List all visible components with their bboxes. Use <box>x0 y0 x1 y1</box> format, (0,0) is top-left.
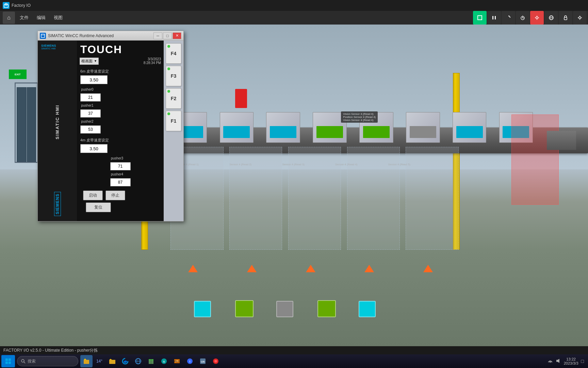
belt-6m-label: 6m 皮带速度设定 <box>80 69 160 74</box>
pusher2-value[interactable]: 53 <box>80 125 101 134</box>
belt-4m-label: 4m 皮带速度设定 <box>80 138 160 143</box>
svg-rect-19 <box>5 362 8 364</box>
app-icon <box>3 2 10 9</box>
menu-file[interactable]: 文件 <box>16 13 32 22</box>
conveyor-box-7 <box>453 112 487 143</box>
taskbar-app-pkg[interactable] <box>145 355 157 367</box>
ua-icon: UA <box>199 358 206 365</box>
f3-button[interactable]: F3 <box>166 66 181 86</box>
svg-text:S: S <box>163 360 165 363</box>
pusher4-value[interactable]: 87 <box>110 178 131 186</box>
pusher-left-col: pusher0 21 pusher1 37 pusher2 53 <box>80 88 101 136</box>
floor-item-1 <box>194 301 211 317</box>
svg-rect-15 <box>41 34 45 37</box>
taskbar-app-weather[interactable]: 14° <box>93 355 105 367</box>
close-button[interactable]: ✕ <box>173 32 181 39</box>
box-pad-4 <box>316 126 343 138</box>
f1-button[interactable]: F1 <box>166 111 181 131</box>
reset-button[interactable] <box>502 11 515 25</box>
touch-display: TOUCH 根画面 ▼ 3/3/2023 8:28:34 PM 6m 皮带速度设… <box>77 41 164 221</box>
pusher3-row: pusher3 71 <box>80 156 160 170</box>
maximize-button[interactable]: □ <box>163 32 172 39</box>
menu-edit[interactable]: 编辑 <box>33 13 49 22</box>
taskbar-app-siemens[interactable]: S <box>158 355 170 367</box>
touch-title: TOUCH <box>77 41 164 56</box>
svg-text:PLC: PLC <box>175 360 179 363</box>
reset-button[interactable]: 复位 <box>86 202 111 212</box>
svg-point-9 <box>536 17 538 19</box>
pusher3-value[interactable]: 71 <box>110 162 131 170</box>
taskbar-app-folder[interactable] <box>106 355 118 367</box>
timer-button[interactable] <box>516 11 529 25</box>
f4-button[interactable]: F4 <box>166 43 181 64</box>
dialog-titlebar: SIMATIC WinCC Runtime Advanced ─ □ ✕ <box>38 31 183 41</box>
siemens-icon: S <box>161 358 167 365</box>
fire-equipment <box>235 89 247 108</box>
blue-app-icon: i <box>186 358 193 365</box>
belt-4m-input[interactable] <box>80 144 108 153</box>
sensor-tooltip: Vision Sensor 4 (Read 4) Position Sensor… <box>341 111 378 123</box>
svg-point-14 <box>579 17 581 19</box>
taskbar-clock: 13:22 2023/3/3 <box>564 357 578 365</box>
show-desktop-icon[interactable]: □ <box>581 358 584 364</box>
home-button[interactable]: ⌂ <box>3 12 15 24</box>
dropdown-arrow-icon: ▼ <box>94 59 97 63</box>
f2-button[interactable]: F2 <box>166 88 181 109</box>
taskbar-search[interactable]: 搜索 <box>17 356 78 366</box>
settings-active-button[interactable] <box>530 11 544 25</box>
pusher0-value[interactable]: 21 <box>80 93 101 102</box>
start-button[interactable]: 启动 <box>83 190 103 200</box>
svg-rect-18 <box>9 358 11 361</box>
svg-rect-13 <box>564 17 567 20</box>
taskbar-app-edge[interactable] <box>119 355 131 367</box>
stop-button[interactable]: 停止 <box>105 190 125 200</box>
pusher2-row: pusher2 53 <box>80 120 101 134</box>
plc-icon: PLC <box>174 358 180 365</box>
svg-rect-20 <box>9 362 11 364</box>
sort-bin-3 <box>288 147 341 250</box>
taskbar-app-record[interactable] <box>210 355 222 367</box>
arrow-4 <box>364 265 374 272</box>
f3-indicator <box>167 67 170 70</box>
clock-time: 13:22 <box>564 357 578 361</box>
svg-rect-2 <box>478 16 482 20</box>
taskbar-app-web[interactable] <box>132 355 144 367</box>
menu-view[interactable]: 视图 <box>50 13 66 22</box>
title-bar: Factory IO <box>0 0 588 11</box>
svg-point-42 <box>550 362 551 363</box>
door-right-panel <box>27 87 36 162</box>
svg-point-41 <box>214 360 217 363</box>
touch-header: 根画面 ▼ 3/3/2023 8:28:34 PM <box>77 56 164 66</box>
hmi-content: 6m 皮带速度设定 pusher0 21 pusher1 <box>77 66 164 215</box>
config-button[interactable] <box>573 11 587 25</box>
svg-rect-23 <box>84 360 89 364</box>
pusher4-row: pusher4 87 <box>80 172 160 186</box>
taskbar-app-blue[interactable]: i <box>184 355 196 367</box>
edge-icon <box>122 358 129 365</box>
weather-text: 14° <box>96 359 102 364</box>
conveyor-box-2 <box>220 112 254 143</box>
taskbar-app-files[interactable] <box>80 355 93 367</box>
svg-rect-4 <box>495 16 496 19</box>
app-title: Factory IO <box>12 3 31 8</box>
play-button[interactable] <box>473 11 487 25</box>
exit-sign: EXIT <box>9 70 27 79</box>
pusher-grid: pusher0 21 pusher1 37 pusher2 53 <box>80 88 160 136</box>
pause-button[interactable] <box>487 11 501 25</box>
minimize-button[interactable]: ─ <box>153 32 162 39</box>
lock-button[interactable] <box>559 11 572 25</box>
dialog-title: SIMATIC WinCC Runtime Advanced <box>48 33 153 38</box>
floor-item-5 <box>359 301 376 317</box>
belt-6m-input[interactable] <box>80 75 108 84</box>
pusher1-value[interactable]: 37 <box>80 109 101 118</box>
network-button[interactable] <box>544 11 558 25</box>
dialog-body: SIEMENS SIMATIC HMI SIMATIC HMI SIEMENS … <box>38 41 183 221</box>
datetime-display: 3/3/2023 8:28:34 PM <box>101 57 161 65</box>
taskbar-right: 13:22 2023/3/3 □ <box>548 357 587 365</box>
start-menu-button[interactable] <box>1 355 15 367</box>
screen-select-dropdown[interactable]: 根画面 ▼ <box>80 58 99 65</box>
siemens-logo-sub: SIMATIC HMI <box>41 47 56 50</box>
taskbar-app-plc[interactable]: PLC <box>171 355 183 367</box>
sort-bin-5 <box>406 147 459 250</box>
taskbar-app-ua[interactable]: UA <box>197 355 209 367</box>
